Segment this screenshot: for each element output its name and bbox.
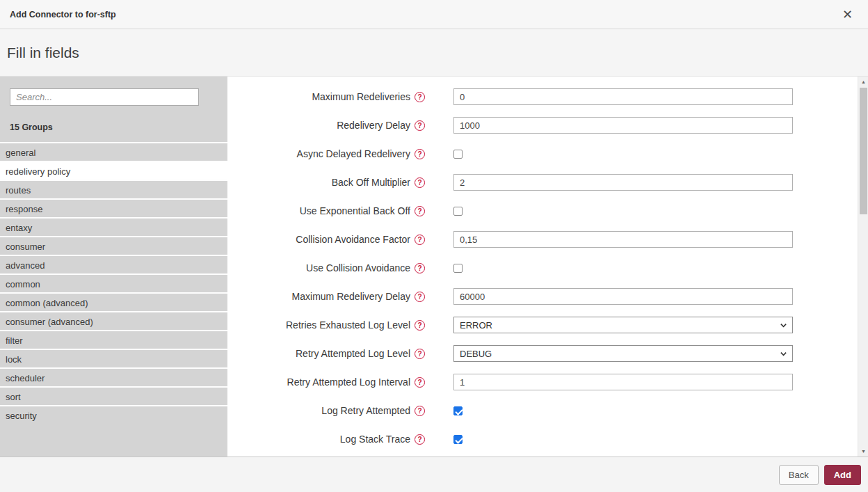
back-off-multiplier-input[interactable]	[453, 174, 793, 191]
redelivery-delay-input[interactable]	[453, 117, 793, 134]
sidebar-item-general[interactable]: general	[0, 142, 227, 161]
help-icon[interactable]: ?	[415, 206, 425, 216]
sidebar-item-advanced[interactable]: advanced	[0, 255, 227, 273]
sidebar-group-list: generalredelivery policyroutesresponseen…	[0, 142, 227, 424]
field-label: Use Collision Avoidance	[227, 262, 410, 273]
add-connector-modal: Add Connector to for-sftp ✕ Fill in fiel…	[0, 0, 868, 492]
page-title: Fill in fields	[7, 45, 79, 61]
field-control	[453, 406, 463, 415]
field-label: Redelivery Delay	[227, 120, 410, 131]
field-label: Retries Exhausted Log Level	[227, 319, 410, 331]
form-row: Use Exponential Back Off?	[227, 203, 868, 219]
help-icon[interactable]: ?	[415, 120, 425, 131]
form-row: Log Retry Attempted?	[227, 402, 868, 419]
field-label: Retry Attempted Log Level	[227, 348, 410, 359]
log-stack-trace-checkbox[interactable]	[453, 435, 463, 444]
field-label: Use Exponential Back Off	[227, 205, 410, 216]
scrollbar-thumb[interactable]	[860, 88, 867, 214]
sidebar-item-response[interactable]: response	[0, 198, 227, 217]
async-delayed-redelivery-checkbox[interactable]	[453, 150, 463, 159]
use-collision-avoidance-checkbox[interactable]	[453, 264, 463, 273]
groups-sidebar: 15 Groups generalredelivery policyroutes…	[0, 77, 227, 457]
sidebar-item-routes[interactable]: routes	[0, 180, 227, 198]
help-icon[interactable]: ?	[415, 92, 425, 102]
modal-header: Add Connector to for-sftp ✕	[0, 0, 868, 29]
collision-avoidance-factor-input[interactable]	[453, 231, 793, 248]
use-exponential-back-off-checkbox[interactable]	[453, 207, 463, 216]
close-icon[interactable]: ✕	[837, 8, 858, 21]
log-retry-attempted-checkbox[interactable]	[453, 406, 463, 415]
field-control: DEBUG	[453, 345, 793, 362]
help-icon[interactable]: ?	[415, 292, 425, 302]
field-control	[453, 231, 793, 248]
field-control	[453, 374, 793, 390]
form-row: Back Off Multiplier?	[227, 174, 868, 191]
chevron-down-icon	[780, 350, 787, 358]
vertical-scrollbar[interactable]: ▲ ▼	[858, 77, 868, 457]
sidebar-item-scheduler[interactable]: scheduler	[0, 367, 227, 386]
form-row: Collision Avoidance Factor?	[227, 231, 868, 248]
help-icon[interactable]: ?	[415, 349, 425, 359]
retries-exhausted-log-level-select[interactable]: ERROR	[453, 317, 793, 333]
search-input[interactable]	[10, 88, 199, 106]
field-label: Maximum Redelivery Delay	[227, 291, 410, 302]
modal-title: Add Connector to for-sftp	[10, 10, 116, 19]
field-label: Log Retry Attempted	[227, 405, 410, 416]
help-icon[interactable]: ?	[415, 263, 425, 273]
form-row: Retry Attempted Log Level?DEBUG	[227, 345, 868, 362]
maximum-redeliveries-input[interactable]	[453, 88, 793, 105]
help-icon[interactable]: ?	[415, 377, 425, 388]
sidebar-item-entaxy[interactable]: entaxy	[0, 217, 227, 236]
sidebar-item-security[interactable]: security	[0, 405, 227, 424]
field-label: Collision Avoidance Factor	[227, 234, 410, 245]
modal-body: 15 Groups generalredelivery policyroutes…	[0, 77, 868, 457]
sidebar-item-common[interactable]: common	[0, 273, 227, 292]
maximum-redelivery-delay-input[interactable]	[453, 288, 793, 305]
sidebar-item-filter[interactable]: filter	[0, 330, 227, 349]
sidebar-item-lock[interactable]: lock	[0, 349, 227, 367]
sidebar-item-consumer-advanced-[interactable]: consumer (advanced)	[0, 311, 227, 330]
help-icon[interactable]: ?	[415, 434, 425, 445]
sidebar-item-redelivery-policy[interactable]: redelivery policy	[0, 161, 227, 180]
form-area: Maximum Redeliveries?Redelivery Delay?As…	[227, 77, 868, 457]
selected-value: DEBUG	[460, 349, 492, 359]
field-control	[453, 174, 793, 191]
retry-attempted-log-level-select[interactable]: DEBUG	[453, 345, 793, 362]
chevron-down-icon	[780, 322, 787, 329]
retry-attempted-log-interval-input[interactable]	[453, 374, 793, 390]
field-control	[453, 435, 463, 444]
field-control	[453, 264, 463, 273]
scroll-up-icon[interactable]: ▲	[858, 77, 868, 87]
form-row: Async Delayed Redelivery?	[227, 145, 868, 162]
form-row: Redelivery Delay?	[227, 117, 868, 134]
help-icon[interactable]: ?	[415, 177, 425, 188]
groups-count-label: 15 Groups	[10, 122, 218, 132]
field-control	[453, 288, 793, 305]
modal-subheader: Fill in fields	[0, 29, 868, 77]
scroll-down-icon[interactable]: ▼	[858, 446, 868, 457]
sidebar-item-consumer[interactable]: consumer	[0, 236, 227, 255]
add-button[interactable]: Add	[824, 465, 861, 485]
form-row: Use Collision Avoidance?	[227, 260, 868, 276]
field-control	[453, 150, 463, 159]
field-control	[453, 117, 793, 134]
form-row: Retry Attempted Log Interval?	[227, 374, 868, 390]
form-row: Log Stack Trace?	[227, 431, 868, 447]
field-label: Maximum Redeliveries	[227, 91, 410, 102]
form-row: Retries Exhausted Log Level?ERROR	[227, 317, 868, 333]
sidebar-item-sort[interactable]: sort	[0, 386, 227, 405]
sidebar-item-common-advanced-[interactable]: common (advanced)	[0, 292, 227, 311]
form-row: Maximum Redelivery Delay?	[227, 288, 868, 305]
selected-value: ERROR	[460, 320, 492, 331]
field-label: Retry Attempted Log Interval	[227, 376, 410, 388]
field-control: ERROR	[453, 317, 793, 333]
field-control	[453, 88, 793, 105]
field-control	[453, 207, 463, 216]
field-label: Async Delayed Redelivery	[227, 148, 410, 159]
help-icon[interactable]: ?	[415, 320, 425, 331]
back-button[interactable]: Back	[779, 465, 819, 485]
help-icon[interactable]: ?	[415, 149, 425, 159]
help-icon[interactable]: ?	[415, 406, 425, 416]
help-icon[interactable]: ?	[415, 235, 425, 245]
form-rows: Maximum Redeliveries?Redelivery Delay?As…	[227, 88, 868, 447]
